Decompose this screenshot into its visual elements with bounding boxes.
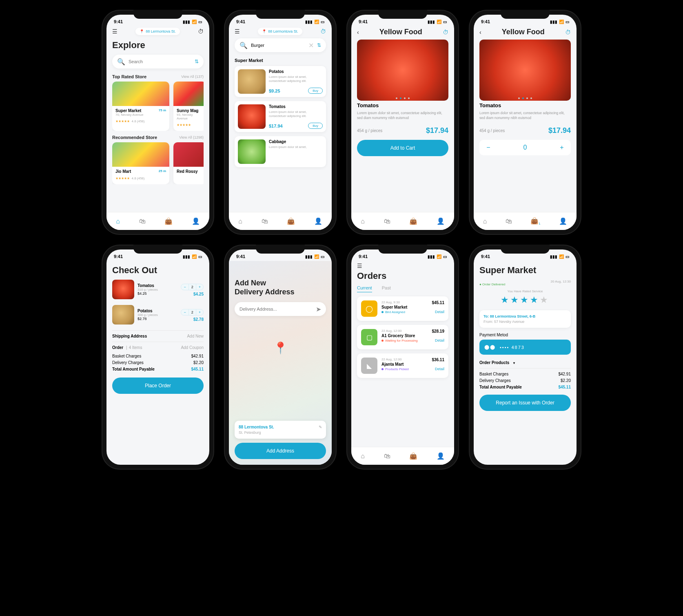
report-issue-button[interactable]: Report an Issue with Order — [479, 395, 571, 411]
order-products-toggle[interactable]: Order Products▾ — [479, 360, 571, 365]
locate-icon[interactable]: ➤ — [316, 305, 321, 313]
product-row[interactable]: Potatos Lorem ipsum dolor sit amet, cons… — [235, 66, 326, 97]
add-address-button[interactable]: Add Address — [235, 443, 326, 459]
history-icon[interactable]: ⏱ — [198, 28, 204, 35]
tab-bag-icon[interactable]: 🛍 — [384, 218, 390, 225]
qty-minus-button[interactable]: − — [181, 309, 188, 315]
place-order-button[interactable]: Place Order — [112, 378, 204, 394]
view-all-rec[interactable]: View All (1298) — [179, 135, 204, 139]
buy-button[interactable]: Buy — [308, 123, 323, 129]
tab-home-icon[interactable]: ⌂ — [361, 218, 365, 225]
tab-home-icon[interactable]: ⌂ — [483, 218, 487, 225]
tab-home-icon[interactable]: ⌂ — [238, 218, 242, 225]
product-image — [238, 104, 266, 129]
search-input[interactable]: 🔍 ⇅ — [112, 55, 204, 68]
address-field[interactable] — [239, 307, 316, 311]
tab-current[interactable]: Current — [357, 285, 372, 292]
menu-icon[interactable]: ☰ — [357, 263, 362, 269]
qty-minus-button[interactable]: − — [181, 284, 188, 290]
tab-cart-icon[interactable]: 👜1 — [530, 217, 540, 225]
search-field[interactable] — [251, 43, 308, 48]
pin-icon: 📍 — [262, 29, 266, 33]
order-tabs: Current Past — [357, 285, 448, 292]
product-row[interactable]: Tomatos Lorem ipsum dolor sit amet, cons… — [235, 101, 326, 132]
back-icon[interactable]: ‹ — [357, 29, 359, 35]
store-card[interactable]: Red Rossy — [173, 142, 204, 184]
qty-plus-button[interactable]: + — [553, 144, 571, 151]
search-field[interactable] — [129, 59, 195, 64]
address-card[interactable]: ✎ 88 Lermontova St. St. Petesburg — [235, 421, 326, 439]
add-to-cart-button[interactable]: Add to Cart — [357, 140, 448, 156]
tab-cart-icon[interactable]: 👜 — [287, 217, 295, 225]
filter-icon[interactable]: ⇅ — [195, 59, 199, 64]
edit-icon[interactable]: ✎ — [319, 425, 322, 429]
tab-cart-icon[interactable]: 👜 — [409, 217, 417, 225]
tab-home-icon[interactable]: ⌂ — [116, 218, 120, 225]
tab-profile-icon[interactable]: 👤 — [437, 217, 445, 225]
tab-bag-icon[interactable]: 🛍 — [262, 218, 268, 225]
add-coupon-link[interactable]: Add Coupon — [181, 345, 204, 350]
detail-link[interactable]: Detail — [432, 310, 444, 314]
product-desc: Lorem ipsum dolor sit amet, consectetue … — [357, 111, 448, 121]
tab-bag-icon[interactable]: 🛍 — [139, 218, 146, 225]
tab-cart-icon[interactable]: 👜 — [164, 217, 173, 225]
detail-link[interactable]: Detail — [432, 338, 444, 342]
address-input[interactable]: ➤ — [235, 302, 326, 316]
section-store-name: Super Market — [235, 58, 326, 63]
page-title: Orders — [357, 271, 448, 281]
history-icon[interactable]: ⏱ — [320, 28, 326, 35]
store-icon: ◣ — [361, 358, 377, 374]
cart-item: Potatos 300 g / pieces $2.78 −2+ $2.78 — [112, 305, 204, 325]
store-icon: ◯ — [361, 300, 377, 317]
history-icon[interactable]: ⏱ — [443, 29, 448, 35]
qty-plus-button[interactable]: + — [196, 284, 203, 290]
clear-icon[interactable]: ✕ — [308, 42, 314, 49]
product-hero-image[interactable] — [357, 40, 448, 101]
order-card[interactable]: ◣ 22 Aug, 12:00Ajanta MartProducts Picke… — [357, 353, 448, 378]
tab-profile-icon[interactable]: 👤 — [192, 217, 200, 225]
rating-stars[interactable]: ★★★★★ — [479, 295, 571, 305]
quantity-stepper: −2+ — [181, 284, 204, 290]
qty-minus-button[interactable]: − — [479, 144, 497, 151]
tab-profile-icon[interactable]: 👤 — [437, 452, 445, 460]
store-card[interactable]: 75 m Super Market 70, Nevsky Avenue ★★★★… — [112, 82, 169, 131]
product-name: Tomatos — [357, 102, 448, 108]
page-title: Super Market — [479, 265, 571, 276]
tab-bag-icon[interactable]: 🛍 — [506, 218, 512, 225]
quantity-stepper: − 0 + — [479, 140, 571, 155]
payment-card[interactable]: ⬤⬤•••• 4873 — [479, 340, 571, 355]
store-image — [112, 82, 169, 106]
map-pin-icon[interactable]: 📍 — [273, 341, 288, 355]
address-pill[interactable]: 📍88 Lermontova St. — [258, 28, 302, 35]
view-all-top[interactable]: View All (137) — [181, 75, 204, 79]
order-card[interactable]: ▢ 22 Aug, 12:00A1 Grocery StoreWaiting f… — [357, 325, 448, 349]
detail-link[interactable]: Detail — [432, 367, 444, 371]
history-icon[interactable]: ⏱ — [565, 29, 571, 35]
product-row[interactable]: Cabbage Lorem ipsum dolor sit amet, — [235, 136, 326, 167]
search-input[interactable]: 🔍 ✕ ⇅ — [235, 38, 326, 52]
tab-profile-icon[interactable]: 👤 — [314, 217, 322, 225]
tab-cart-icon[interactable]: 👜 — [409, 452, 417, 460]
menu-icon[interactable]: ☰ — [112, 28, 118, 35]
add-address-link[interactable]: Add New — [187, 334, 204, 338]
buy-button[interactable]: Buy — [308, 88, 323, 94]
section-recommended: Recommended Store — [112, 135, 157, 140]
product-hero-image[interactable] — [479, 40, 571, 101]
tab-bar: ⌂ 🛍 👜1 👤 — [474, 212, 577, 230]
store-card[interactable]: 25 m Jio Mart ★★★★★ 4.8 (458) — [112, 142, 169, 184]
status-time: 9:41 — [114, 19, 123, 24]
tab-past[interactable]: Past — [382, 285, 391, 292]
tab-profile-icon[interactable]: 👤 — [559, 217, 567, 225]
qty-plus-button[interactable]: + — [196, 309, 203, 315]
section-top-rated: Top Rated Store — [112, 74, 146, 79]
store-image — [173, 142, 204, 167]
filter-icon[interactable]: ⇅ — [317, 42, 321, 48]
back-icon[interactable]: ‹ — [479, 29, 481, 35]
menu-icon[interactable]: ☰ — [235, 28, 240, 35]
tab-home-icon[interactable]: ⌂ — [361, 453, 365, 460]
store-card[interactable]: Sunny Mag93, Nevsky Avenue★★★★★ — [173, 82, 204, 131]
store-title: Yellow Food — [379, 28, 422, 36]
order-card[interactable]: ◯ 22 Aug, 9:30Super MarketBird Assigned … — [357, 296, 448, 321]
address-pill[interactable]: 📍88 Lermontova St. — [135, 28, 180, 35]
tab-bag-icon[interactable]: 🛍 — [384, 453, 390, 460]
